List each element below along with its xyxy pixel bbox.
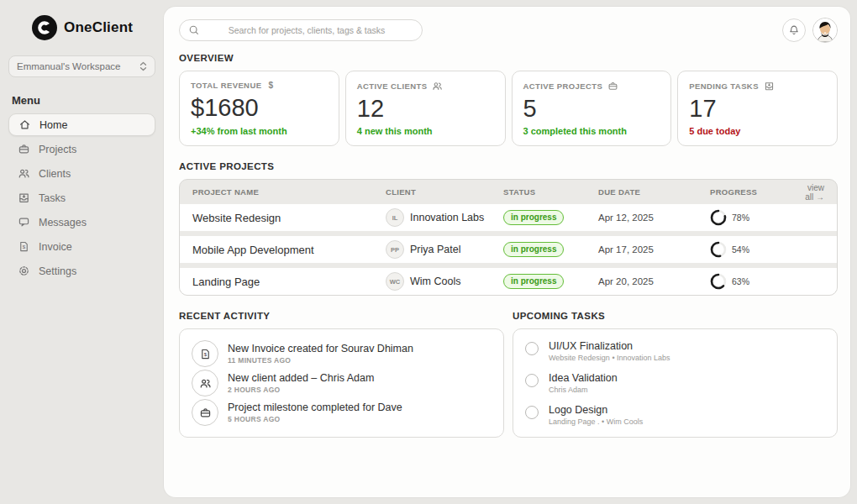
home-icon	[18, 118, 31, 131]
task-checkbox[interactable]	[525, 342, 539, 355]
status-badge: in progress	[503, 242, 564, 257]
activity-text: Project milestone completed for Dave	[228, 402, 402, 413]
user-avatar[interactable]	[812, 18, 838, 43]
notifications-button[interactable]	[782, 18, 806, 42]
stat-note: 3 completed this month	[523, 126, 660, 136]
task-checkbox[interactable]	[525, 406, 539, 419]
oneclient-logo-icon	[32, 15, 57, 40]
users-icon	[192, 370, 218, 396]
table-row[interactable]: Mobile App Development PP Priya Patel in…	[180, 236, 837, 263]
task-item: UI/UX Finalization Website Redesign • In…	[525, 340, 825, 362]
invoice-icon: $	[18, 240, 30, 253]
sidebar-item-label: Clients	[39, 168, 71, 180]
briefcase-icon	[18, 143, 30, 155]
view-all-link[interactable]: view all →	[798, 183, 837, 202]
task-meta: Website Redesign • Innovation Labs	[549, 354, 670, 362]
activity-text: New Invoice created for Sourav Dhiman	[228, 343, 413, 354]
workspace-selector[interactable]: Emmanual's Workspace	[8, 55, 155, 77]
stat-note: +34% from last month	[191, 126, 328, 136]
recent-activity-card: $ New Invoice created for Sourav Dhiman …	[179, 328, 504, 438]
sidebar-item-home[interactable]: Home	[8, 113, 155, 136]
table-header-row: PROJECT NAME CLIENT STATUS DUE DATE PROG…	[180, 180, 837, 204]
briefcase-icon	[607, 81, 618, 92]
tray-icon	[18, 192, 30, 204]
sidebar-item-clients[interactable]: Clients	[8, 162, 155, 185]
column-header: PROGRESS	[697, 187, 798, 197]
progress-ring	[710, 241, 727, 258]
stat-label: PENDING TASKS	[689, 81, 759, 91]
project-name: Landing Page	[180, 276, 373, 288]
stat-label: TOTAL REVENUE	[191, 81, 261, 90]
sidebar-item-invoice[interactable]: $ Invoice	[8, 235, 155, 258]
due-date: Apr 17, 2025	[586, 244, 697, 255]
main-panel: OVERVIEW TOTAL REVENUE $ $1680 +34% from…	[164, 7, 850, 497]
sidebar-item-label: Tasks	[39, 192, 66, 204]
active-projects-heading: ACTIVE PROJECTS	[179, 161, 838, 171]
task-title: UI/UX Finalization	[549, 340, 670, 352]
menu-heading: Menu	[12, 94, 155, 107]
svg-text:$: $	[23, 244, 26, 249]
briefcase-icon	[192, 399, 218, 426]
sidebar-item-messages[interactable]: Messages	[8, 211, 155, 234]
progress-label: 54%	[732, 244, 749, 255]
sidebar-item-label: Messages	[39, 217, 87, 228]
users-icon	[18, 167, 30, 180]
stat-card-active-clients: ACTIVE CLIENTS 12 4 new this month	[345, 71, 506, 146]
stat-value: 17	[689, 97, 826, 121]
task-checkbox[interactable]	[525, 374, 539, 387]
upcoming-tasks-heading: UPCOMING TASKS	[513, 311, 838, 321]
activity-time: 5 HOURS AGO	[228, 415, 402, 423]
stat-label: ACTIVE CLIENTS	[357, 81, 428, 91]
table-row[interactable]: Landing Page WC Wim Cools in progress Ap…	[180, 268, 837, 295]
progress-ring	[710, 209, 727, 226]
stat-note: 5 due today	[689, 126, 826, 136]
bell-icon	[788, 24, 800, 36]
search-icon	[188, 24, 200, 36]
overview-cards: TOTAL REVENUE $ $1680 +34% from last mon…	[179, 71, 838, 146]
stat-card-total-revenue: TOTAL REVENUE $ $1680 +34% from last mon…	[179, 71, 339, 146]
message-icon	[18, 216, 30, 228]
search-input[interactable]	[200, 25, 413, 35]
search-bar[interactable]	[179, 19, 423, 41]
project-name: Website Redesign	[180, 212, 373, 224]
client-name: Innovation Labs	[410, 212, 484, 223]
sidebar-item-settings[interactable]: Settings	[8, 260, 155, 282]
task-item: Logo Design Landing Page . • Wim Cools	[525, 404, 825, 426]
gear-icon	[18, 265, 30, 277]
topbar	[179, 7, 838, 53]
client-avatar: IL	[386, 208, 404, 227]
client-avatar: PP	[386, 240, 404, 259]
column-header: DUE DATE	[586, 187, 697, 197]
progress-label: 78%	[732, 213, 749, 223]
sidebar-item-projects[interactable]: Projects	[8, 138, 155, 160]
client-name: Wim Cools	[410, 276, 460, 287]
invoice-icon: $	[192, 340, 218, 367]
column-header: PROJECT NAME	[180, 187, 373, 197]
users-icon	[432, 81, 443, 92]
due-date: Apr 12, 2025	[586, 213, 697, 223]
column-header: CLIENT	[373, 187, 491, 197]
sidebar-item-tasks[interactable]: Tasks	[8, 186, 155, 209]
sidebar-item-label: Settings	[39, 265, 76, 277]
stat-value: 5	[523, 97, 660, 121]
avatar-illustration	[813, 18, 837, 42]
table-row[interactable]: Website Redesign IL Innovation Labs in p…	[180, 204, 837, 231]
stat-label: ACTIVE PROJECTS	[523, 81, 603, 91]
task-meta: Chris Adam	[549, 386, 618, 394]
status-badge: in progress	[503, 274, 564, 289]
app-title: OneClient	[64, 19, 133, 36]
progress-label: 63%	[732, 276, 749, 286]
sidebar: OneClient Emmanual's Workspace Menu Home…	[0, 0, 164, 504]
progress-ring	[710, 273, 727, 290]
task-item: Idea Validation Chris Adam	[525, 372, 825, 394]
due-date: Apr 20, 2025	[586, 276, 697, 286]
stat-note: 4 new this month	[357, 126, 494, 136]
tray-icon	[764, 81, 775, 92]
project-name: Mobile App Development	[180, 244, 373, 256]
activity-item: New client added – Chris Adam 2 HOURS AG…	[192, 370, 492, 396]
sidebar-item-label: Home	[39, 119, 67, 131]
activity-time: 2 HOURS AGO	[228, 386, 374, 394]
dollar-icon: $	[266, 81, 276, 90]
svg-text:$: $	[203, 350, 207, 356]
stat-card-active-projects: ACTIVE PROJECTS 5 3 completed this month	[512, 71, 672, 146]
